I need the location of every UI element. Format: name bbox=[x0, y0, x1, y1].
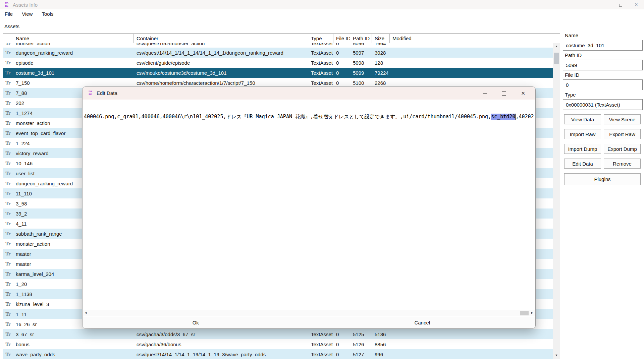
data-text-editor[interactable]: 400046.png,c_gra01,400046,400046\r\n101_… bbox=[84, 114, 534, 121]
dialog-title: Edit Data bbox=[97, 90, 117, 96]
scroll-up-icon[interactable]: ▲ bbox=[553, 45, 560, 48]
table-row[interactable]: Trcostume_3d_101csv/mouko/costume3d/cost… bbox=[3, 68, 553, 78]
minimize-button[interactable] bbox=[598, 0, 613, 9]
textasset-type-icon: Tr bbox=[3, 181, 13, 186]
cell-name: monster_action bbox=[13, 43, 134, 46]
textasset-type-icon: Tr bbox=[3, 311, 13, 317]
dialog-close-icon: × bbox=[521, 90, 525, 97]
cell-type: TextAsset bbox=[308, 342, 333, 347]
cell-file-id: 0 bbox=[333, 60, 350, 66]
column-header-file-id[interactable]: File ID bbox=[333, 34, 350, 43]
dialog-close-button[interactable]: × bbox=[514, 87, 533, 100]
text-before-selection: 400046.png,c_gra01,400046,400046\r\n101_… bbox=[84, 114, 491, 120]
textasset-type-icon: Tr bbox=[3, 201, 13, 206]
vertical-scroll-thumb[interactable] bbox=[554, 53, 559, 64]
cell-file-id: 0 bbox=[333, 70, 350, 76]
column-header-name[interactable]: Name bbox=[13, 34, 134, 43]
cell-file-id: 0 bbox=[333, 352, 350, 357]
assets-section-label: Assets bbox=[4, 23, 19, 29]
textasset-type-icon: Tr bbox=[3, 110, 13, 116]
table-row[interactable]: Trdungeon_ranking_rewardcsv/quest/14/14_… bbox=[3, 48, 553, 58]
column-header-path-id[interactable]: Path ID bbox=[350, 34, 372, 43]
import-dump-button[interactable]: Import Dump bbox=[564, 144, 601, 154]
dialog-maximize-button[interactable] bbox=[494, 87, 514, 100]
remove-button[interactable]: Remove bbox=[604, 159, 641, 169]
textasset-type-icon: Tr bbox=[3, 231, 13, 237]
cell-name: costume_3d_101 bbox=[13, 70, 134, 76]
textasset-type-icon: Tr bbox=[3, 331, 13, 337]
cell-type: TextAsset bbox=[308, 70, 333, 76]
edit-data-button[interactable]: Edit Data bbox=[564, 159, 601, 169]
close-button[interactable]: × bbox=[629, 0, 644, 9]
dialog-maximize-icon bbox=[502, 91, 506, 96]
horizontal-scroll-thumb[interactable] bbox=[520, 311, 529, 315]
import-raw-button[interactable]: Import Raw bbox=[564, 129, 601, 139]
cell-name: bonus bbox=[13, 342, 134, 347]
restore-button[interactable] bbox=[613, 0, 629, 9]
path-id-field[interactable] bbox=[563, 60, 643, 70]
column-header-type[interactable]: Type bbox=[308, 34, 333, 43]
horizontal-scrollbar[interactable]: ◄ ► bbox=[83, 310, 535, 316]
menu-item-tools[interactable]: Tools bbox=[42, 11, 53, 17]
cell-size: 128 bbox=[372, 60, 390, 66]
uabe-logo-icon: UABE bbox=[3, 1, 10, 8]
column-header-icon[interactable] bbox=[3, 34, 13, 43]
text-selection: sc_btd20 bbox=[491, 114, 515, 120]
cell-path-id: 5096 bbox=[350, 43, 372, 46]
scroll-left-icon[interactable]: ◄ bbox=[84, 311, 87, 314]
column-header-container[interactable]: Container bbox=[134, 34, 308, 43]
cell-size: 2268 bbox=[372, 80, 390, 86]
cell-name: 3_67_sr bbox=[13, 331, 134, 337]
type-field[interactable] bbox=[563, 99, 643, 110]
cell-file-id: 0 bbox=[333, 331, 350, 337]
column-header-modified[interactable]: Modified bbox=[390, 34, 415, 43]
textasset-type-icon: Tr bbox=[3, 161, 13, 166]
window-title: Assets Info bbox=[13, 2, 38, 8]
cell-size: 996 bbox=[372, 352, 390, 357]
plugins-button[interactable]: Plugins bbox=[564, 173, 641, 185]
textasset-type-icon: Tr bbox=[3, 221, 13, 227]
close-icon: × bbox=[635, 2, 638, 7]
view-data-button[interactable]: View Data bbox=[564, 114, 601, 124]
textasset-type-icon: Tr bbox=[3, 342, 13, 347]
file-id-field[interactable] bbox=[563, 79, 643, 90]
cell-name: wave_party_odds bbox=[13, 352, 134, 357]
textasset-type-icon: Tr bbox=[3, 70, 13, 76]
cell-container: csv/client/guide/episode bbox=[134, 60, 308, 66]
table-row[interactable]: Trepisodecsv/client/guide/episodeTextAss… bbox=[3, 58, 553, 68]
column-header-size[interactable]: Size bbox=[372, 34, 390, 43]
cell-path-id: 5125 bbox=[350, 331, 372, 337]
cell-type: TextAsset bbox=[308, 43, 333, 46]
export-raw-button[interactable]: Export Raw bbox=[604, 129, 641, 139]
path-id-label: Path ID bbox=[565, 52, 582, 58]
cell-size: 8856 bbox=[372, 342, 390, 347]
name-field[interactable] bbox=[563, 40, 643, 51]
view-scene-button[interactable]: View Scene bbox=[604, 114, 641, 124]
table-row[interactable]: Trwave_party_oddscsv/quest/14/14_1/14_1_… bbox=[3, 349, 553, 359]
export-dump-button[interactable]: Export Dump bbox=[604, 144, 641, 154]
name-label: Name bbox=[565, 33, 578, 38]
textasset-type-icon: Tr bbox=[3, 211, 13, 217]
textasset-type-icon: Tr bbox=[3, 80, 13, 86]
scroll-right-icon[interactable]: ► bbox=[531, 311, 534, 314]
textasset-type-icon: Tr bbox=[3, 261, 13, 267]
menu-item-view[interactable]: View bbox=[22, 11, 33, 17]
vertical-scrollbar[interactable]: ▲ ▼ bbox=[553, 43, 560, 359]
cancel-button[interactable]: Cancel bbox=[309, 317, 536, 328]
table-row[interactable]: Trmonster_actioncsv/quest/1/52/monster_a… bbox=[3, 43, 553, 48]
file-id-label: File ID bbox=[565, 72, 579, 78]
restore-icon bbox=[619, 4, 622, 7]
table-row[interactable]: Trbonuscsv/gacha/36/bonusTextAsset051268… bbox=[3, 339, 553, 349]
cell-container: csv/gacha/36/bonus bbox=[134, 342, 308, 347]
dialog-titlebar: UABE Edit Data × bbox=[83, 87, 535, 100]
sidebar-buttons: View DataView SceneImport RawExport RawI… bbox=[564, 114, 641, 183]
asset-table-header: NameContainerTypeFile IDPath IDSizeModif… bbox=[3, 34, 560, 43]
dialog-minimize-button[interactable] bbox=[475, 87, 494, 100]
textasset-type-icon: Tr bbox=[3, 191, 13, 196]
menu-item-file[interactable]: File bbox=[5, 11, 13, 17]
ok-button[interactable]: Ok bbox=[83, 317, 309, 328]
cell-file-id: 0 bbox=[333, 80, 350, 86]
uabe-dialog-logo-icon: UABE bbox=[87, 90, 94, 97]
table-row[interactable]: Tr3_67_srcsv/gacha/3/odds/3_67_srTextAss… bbox=[3, 329, 553, 339]
scroll-down-icon[interactable]: ▼ bbox=[553, 354, 560, 357]
